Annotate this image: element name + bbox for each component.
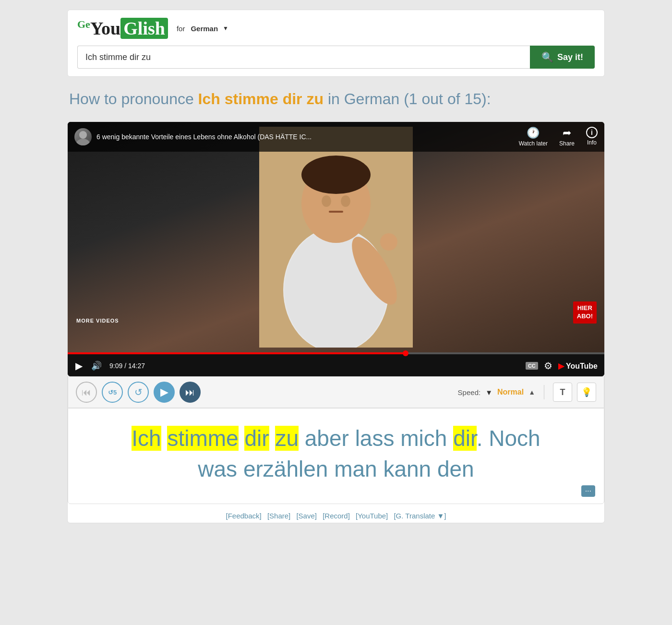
footer-links: [Feedback] [Share] [Save] [Record] [YouT… xyxy=(68,504,604,523)
logo-language: German xyxy=(191,24,218,33)
word-kann: kann xyxy=(383,457,431,481)
speed-up-button[interactable]: ▲ xyxy=(528,388,535,396)
svg-point-0 xyxy=(79,131,87,139)
logo-area: GeYou Glish for German ▼ xyxy=(77,18,595,39)
lightbulb-icon: 💡 xyxy=(581,387,592,397)
search-input[interactable] xyxy=(77,46,530,69)
video-top-actions: 🕐 Watch later ➦ Share i Info xyxy=(519,127,598,147)
word-erzahlen: erzählen xyxy=(243,457,328,481)
svg-point-1 xyxy=(76,139,90,145)
font-size-icon: T xyxy=(560,387,565,397)
video-top-bar: 6 wenig bekannte Vorteile eines Lebens o… xyxy=(68,122,604,152)
youtube-link[interactable]: [YouTube] xyxy=(356,512,388,520)
replay-button[interactable]: ↺ xyxy=(128,382,149,403)
word-zu: zu xyxy=(275,426,299,451)
next-icon: ⏭ xyxy=(185,387,195,398)
feedback-link[interactable]: [Feedback] xyxy=(226,512,261,520)
word-noch: Noch xyxy=(489,426,540,451)
lightbulb-button[interactable]: 💡 xyxy=(577,383,596,402)
divider xyxy=(544,385,544,399)
transcript-text: Ich stimme dir zu aber lass mich dir. No… xyxy=(87,423,585,485)
rewind5-icon: ↺5 xyxy=(108,389,117,396)
search-bar: 🔍 Say it! xyxy=(77,46,595,69)
search-button[interactable]: 🔍 Say it! xyxy=(530,46,595,69)
rewind5-button[interactable]: ↺5 xyxy=(102,382,123,403)
more-videos-badge: MORE VIDEOS xyxy=(76,318,119,324)
time-separator: / xyxy=(124,362,128,370)
word-man: man xyxy=(334,457,377,481)
word-mich: mich xyxy=(400,426,447,451)
first-button[interactable]: ⏮ xyxy=(76,382,97,403)
pronun-phrase: Ich stimme dir zu xyxy=(198,90,324,108)
pronun-prefix: How to pronounce xyxy=(69,90,198,108)
volume-button[interactable]: 🔊 xyxy=(90,360,103,372)
svg-point-8 xyxy=(341,195,350,207)
word-den: den xyxy=(437,457,474,481)
playback-bar: ⏮ ↺5 ↺ ▶ ⏭ Speed: ▼ Normal ▲ T xyxy=(68,376,604,408)
svg-point-6 xyxy=(301,156,371,194)
cc-button[interactable]: CC xyxy=(526,362,538,370)
word-was: was xyxy=(198,457,237,481)
three-dots-button[interactable]: ··· xyxy=(581,485,595,497)
first-icon: ⏮ xyxy=(82,387,91,398)
progress-track[interactable] xyxy=(68,352,604,354)
channel-avatar xyxy=(74,128,92,145)
next-button[interactable]: ⏭ xyxy=(180,382,201,403)
share-button[interactable]: ➦ Share xyxy=(559,127,575,147)
word-dir1: dir xyxy=(244,426,269,451)
logo-for-label: for xyxy=(177,24,185,33)
person-illustration xyxy=(259,127,413,348)
volume-icon: 🔊 xyxy=(91,361,102,371)
logo-you: GeYou xyxy=(77,18,120,39)
record-link[interactable]: [Record] xyxy=(323,512,350,520)
info-icon: i xyxy=(586,127,598,138)
clock-icon: 🕐 xyxy=(527,127,540,139)
pronun-suffix: in German (1 out of 15): xyxy=(324,90,491,108)
search-button-label: Say it! xyxy=(557,52,583,62)
play-main-button[interactable]: ▶ xyxy=(154,382,175,403)
svg-point-7 xyxy=(322,195,331,207)
play-button[interactable]: ▶ xyxy=(74,359,84,373)
font-size-button[interactable]: T xyxy=(553,383,572,402)
save-link[interactable]: [Save] xyxy=(296,512,317,520)
speed-dropdown-button[interactable]: ▼ xyxy=(485,388,492,397)
info-button[interactable]: i Info xyxy=(586,127,598,147)
time-current: 9:09 xyxy=(109,362,122,370)
content-card: 6 wenig bekannte Vorteile eines Lebens o… xyxy=(67,121,605,523)
header: GeYou Glish for German ▼ 🔍 Say it! xyxy=(67,10,605,77)
word-ich: Ich xyxy=(132,426,161,451)
speed-label: Speed: xyxy=(458,388,481,397)
time-total: 14:27 xyxy=(128,362,145,370)
progress-fill xyxy=(68,352,406,354)
video-controls: ▶ 🔊 9:09 / 14:27 CC ⚙ ▶ YouTube xyxy=(68,355,604,376)
logo-glish: Glish xyxy=(120,18,168,39)
g-translate-link[interactable]: [G. Translate ▼] xyxy=(394,512,446,520)
svg-point-11 xyxy=(380,233,397,251)
avatar-img xyxy=(74,128,92,145)
transcript-area: Ich stimme dir zu aber lass mich dir. No… xyxy=(68,408,604,504)
search-icon: 🔍 xyxy=(541,51,553,63)
language-dropdown-icon[interactable]: ▼ xyxy=(223,25,228,32)
logo: GeYou Glish xyxy=(77,18,168,39)
speed-value: Normal xyxy=(497,388,524,397)
play-icon: ▶ xyxy=(75,360,83,372)
info-label: Info xyxy=(587,139,597,146)
word-stimme: stimme xyxy=(167,426,238,451)
word-dir2: dir xyxy=(453,426,477,451)
ctrl-right: CC ⚙ ▶ YouTube xyxy=(526,360,598,372)
share-icon: ➦ xyxy=(563,127,571,139)
word-lass: lass xyxy=(355,426,395,451)
play-main-icon: ▶ xyxy=(160,386,168,398)
time-display: 9:09 / 14:27 xyxy=(109,362,519,370)
settings-icon[interactable]: ⚙ xyxy=(544,360,552,372)
youtube-logo: ▶ YouTube xyxy=(558,361,598,371)
pronun-heading: How to pronounce Ich stimme dir zu in Ge… xyxy=(69,90,603,108)
svg-rect-9 xyxy=(329,211,343,213)
share-link[interactable]: [Share] xyxy=(267,512,290,520)
pronun-heading-area: How to pronounce Ich stimme dir zu in Ge… xyxy=(67,85,605,121)
watch-later-button[interactable]: 🕐 Watch later xyxy=(519,127,548,147)
watch-later-label: Watch later xyxy=(519,140,548,147)
video-title: 6 wenig bekannte Vorteile eines Lebens o… xyxy=(96,133,511,141)
video-thumbnail[interactable]: MORE VIDEOS HIER ABO! xyxy=(68,122,604,352)
replay-icon: ↺ xyxy=(134,386,143,398)
